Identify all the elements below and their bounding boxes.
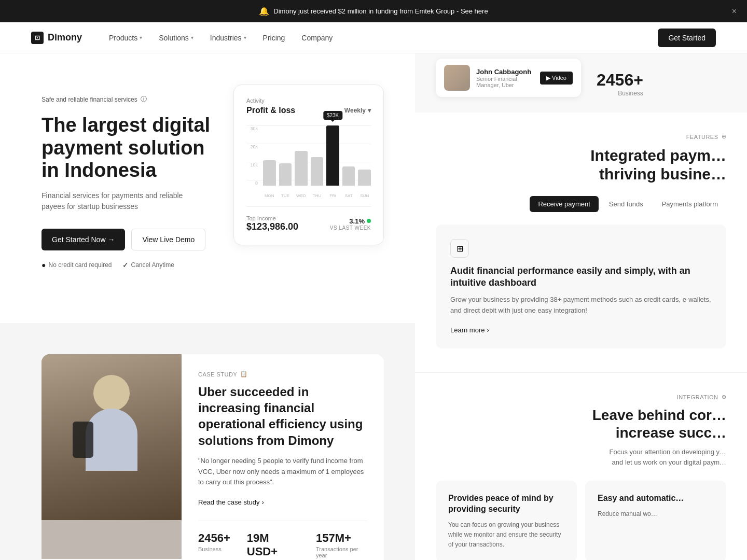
get-started-button[interactable]: Get Started [658,29,716,47]
right-panel: John Cabbagonh Senior Financial Manager,… [415,53,747,560]
main-wrapper: Safe and reliable financial services ⓘ T… [0,53,747,560]
income-value: $123,986.00 [246,221,298,232]
bar-day-label: MON [263,193,276,198]
chevron-down-icon: ▾ [244,35,246,40]
integration-cards: Provides peace of mind by providing secu… [436,481,726,560]
nav-company[interactable]: Company [295,30,339,46]
active-bar: $23K [326,125,339,186]
case-study-card: John Cabbagonh Senior Financial Manager,… [42,354,384,560]
hero-chart: Activity Profit & loss Weekly ▾ 30k [233,85,384,245]
integration-card-security: Provides peace of mind by providing secu… [436,481,577,560]
bar-day-label: THU [311,193,324,198]
hero-trust: ● No credit card required ✓ Cancel Anyti… [42,261,213,269]
hero-subtitle: Financial services for payments and reli… [42,190,197,212]
hero-badge: Safe and reliable financial services ⓘ [42,95,213,104]
int-card-desc: You can focus on growing your business w… [448,520,564,550]
chart-label: Activity [246,97,371,104]
case-study-tag: CASE STUDY 📋 [198,371,367,377]
feature-card-desc: Grow your business by providing 38+ paym… [450,295,712,316]
case-study-section: John Cabbagonh Senior Financial Manager,… [0,323,415,560]
banner-close-button[interactable]: × [732,7,737,16]
stat-transactions-value: 157M+ [316,531,367,545]
bar-group [342,125,355,186]
stat-business-label: Business [198,546,230,552]
get-started-now-button[interactable]: Get Started Now → [42,229,125,250]
stat-big-value: 2456+ [597,71,643,90]
features-tabs: Receive payment Send funds Payments plat… [436,196,726,212]
stat-business: 2456+ Business [198,531,230,560]
testimonial-role: Senior Financial Manager, Uber [476,76,534,88]
nav-pricing[interactable]: Pricing [257,30,292,46]
bar-day-label: SAT [342,193,355,198]
chart-period[interactable]: Weekly ▾ [344,107,371,114]
read-case-study-link[interactable]: Read the case study › [198,498,367,506]
stat-transactions-per-year: 157M+ Transactions per year [316,531,367,560]
navbar: ⊡ Dimony Products ▾ Solutions ▾ Industri… [0,22,747,53]
feature-card: ⊞ Audit financial performance easily and… [436,225,726,348]
bar [295,151,308,186]
integration-card-automation: Easy and automatic… Reduce manual wo… [585,481,726,560]
income-right: 3.1% VS LAST WEEK [330,217,371,231]
testimonial-video-button[interactable]: ▶ Video [540,72,573,85]
case-study-content: CASE STUDY 📋 Uber succeeded in increasin… [182,354,384,560]
features-title: Integrated paym…thriving busine… [436,146,726,184]
bar-day-label: WED [295,193,308,198]
clipboard-icon: 📋 [240,371,248,377]
learn-more-link[interactable]: Learn more › [450,326,712,334]
bar-group [311,125,324,186]
testimonial-name: John Cabbagonh [476,68,534,76]
check-icon: ● [42,261,46,269]
stat-transactions-label: Transactions per year [316,546,367,558]
income-vs: VS LAST WEEK [330,225,371,231]
chart-title: Profit & loss Weekly ▾ [246,106,371,115]
bar [358,170,371,186]
hero-title: The largest digital payment solution in … [42,114,213,182]
announcement-banner: 🔔 Dimony just received $2 million in fun… [0,0,747,22]
tab-payments-platform[interactable]: Payments platform [654,196,726,212]
view-live-demo-button[interactable]: View Live Demo [131,229,205,250]
feature-card-title: Audit financial performance easily and s… [450,265,712,289]
chart-bottom: Top Income $123,986.00 3.1% VS LAST WEEK [246,206,371,232]
chevron-down-icon: ▾ [368,107,371,114]
stat-big: 2456+ Business [597,71,643,97]
case-study-image: John Cabbagonh Senior Financial Manager,… [42,354,182,560]
income-label: Top Income [246,215,298,221]
nav-solutions[interactable]: Solutions ▾ [153,30,200,46]
features-tag: FEATURES ⊕ [436,133,726,140]
hero-left: Safe and reliable financial services ⓘ T… [42,85,213,269]
bar-tooltip: $23K [323,111,342,120]
stat-big-label: Business [597,90,643,97]
chart-card: Activity Profit & loss Weekly ▾ 30k [233,85,384,245]
bar-chart: 30k 20k 10k 0 [246,125,371,198]
logo-text: Dimony [48,32,82,43]
case-study-quote: "No longer needing 5 people to verify fu… [198,456,367,488]
check-icon: ✓ [122,261,129,269]
bar-group: $23K [326,125,339,186]
stat-transaction-volume: 19M USD+ Transaction volume [247,531,299,560]
arrow-right-icon: › [487,326,489,334]
website-panel: Safe and reliable financial services ⓘ T… [0,53,415,560]
hero-buttons: Get Started Now → View Live Demo [42,229,213,250]
positive-indicator [367,219,371,223]
bar-day-label: TUE [279,193,292,198]
chevron-down-icon: ▾ [140,35,142,40]
bar-group [263,125,276,186]
bar [263,160,276,186]
income-left: Top Income $123,986.00 [246,215,298,232]
stat-transaction-value: 19M USD+ [247,531,299,558]
integration-icon: ⊕ [722,394,727,400]
logo[interactable]: ⊡ Dimony [31,32,82,44]
testimonial-avatar [444,65,470,91]
tab-send-funds[interactable]: Send funds [601,196,652,212]
testimonial-card: John Cabbagonh Senior Financial Manager,… [436,59,581,97]
bar-day-label: FRI [326,193,339,198]
bar-group [358,125,371,186]
bar [342,166,355,186]
nav-industries[interactable]: Industries ▾ [204,30,253,46]
hero-section: Safe and reliable financial services ⓘ T… [0,53,415,323]
int-card-title: Easy and automatic… [598,493,714,504]
tab-receive-payment[interactable]: Receive payment [530,196,598,212]
nav-products[interactable]: Products ▾ [103,30,148,46]
integration-title: Leave behind cor…increase succ… [436,407,726,441]
right-top: John Cabbagonh Senior Financial Manager,… [415,53,747,113]
